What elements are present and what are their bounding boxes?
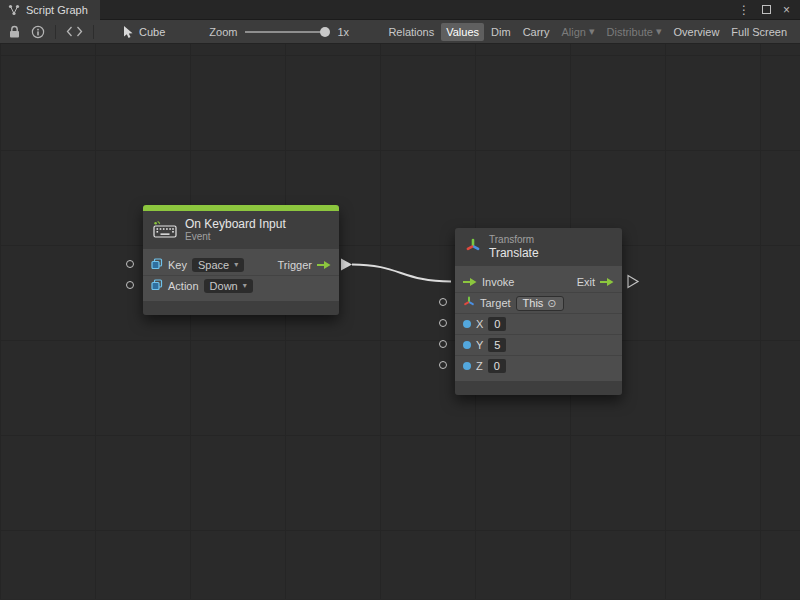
node-title: On Keyboard Input [185, 217, 286, 231]
graph-canvas[interactable]: On Keyboard Input Event Key Space ▾ Trig… [0, 44, 800, 599]
values-button-label: Values [446, 26, 479, 38]
key-port[interactable] [126, 260, 134, 268]
zoom-slider[interactable] [245, 26, 329, 38]
node-category: Transform [489, 234, 539, 246]
node-titles: Transform Translate [489, 234, 539, 260]
chevron-down-icon: ▾ [234, 261, 238, 269]
dim-button[interactable]: Dim [486, 23, 516, 41]
action-label: Action [168, 280, 199, 292]
node-titles: On Keyboard Input Event [185, 217, 286, 243]
graph-toolbar: Cube Zoom 1x Relations Values Dim Carry … [0, 20, 800, 44]
action-dropdown-value: Down [210, 280, 238, 292]
y-value-port-icon[interactable] [463, 341, 471, 349]
target-object-selector[interactable]: Cube [122, 24, 165, 40]
variable-icon [151, 258, 163, 272]
exit-flow-triangle[interactable] [628, 276, 638, 288]
action-dropdown[interactable]: Down ▾ [204, 279, 253, 293]
align-button-label: Align [562, 26, 586, 38]
dim-button-label: Dim [491, 26, 511, 38]
x-row: X 0 [455, 313, 622, 334]
z-value-port-icon[interactable] [463, 362, 471, 370]
node-title: Translate [489, 246, 539, 260]
invoke-label: Invoke [482, 276, 514, 288]
node-body: Invoke Exit Target [455, 266, 622, 381]
zoom-value: 1x [337, 26, 349, 38]
target-object-value: This [523, 297, 544, 309]
x-port[interactable] [439, 319, 447, 327]
relations-button-label: Relations [388, 26, 434, 38]
invoke-input-arrow-icon[interactable] [463, 277, 477, 287]
exit-output-arrow-icon[interactable] [600, 277, 614, 287]
window-menu-icon[interactable]: ⋮ [738, 4, 750, 16]
zoom-slider-track[interactable] [245, 31, 329, 33]
chevron-down-icon: ▾ [243, 282, 247, 290]
z-value-field[interactable]: 0 [488, 359, 506, 373]
window-close-icon[interactable]: × [783, 4, 790, 16]
node-body: Key Space ▾ Trigger [143, 249, 339, 301]
target-label: Target [480, 297, 511, 309]
distribute-button-label: Distribute [607, 26, 653, 38]
tab-script-graph[interactable]: Script Graph [0, 0, 100, 20]
distribute-button[interactable]: Distribute ▾ [602, 22, 667, 41]
toolbar-divider [55, 25, 56, 39]
key-dropdown-value: Space [198, 259, 229, 271]
wire-start-triangle[interactable] [341, 259, 352, 271]
transform-axes-icon [463, 296, 475, 310]
window-restore-icon[interactable] [762, 5, 771, 14]
action-port[interactable] [126, 281, 134, 289]
zoom-control: Zoom 1x [209, 26, 349, 38]
action-row: Action Down ▾ [143, 275, 339, 296]
node-subtitle: Event [185, 231, 286, 243]
translate-node[interactable]: Transform Translate Invoke Exit [455, 228, 622, 395]
object-picker-icon[interactable]: ⊙ [547, 297, 556, 310]
trigger-label: Trigger [278, 259, 312, 271]
window-controls: ⋮ × [738, 4, 790, 16]
chevron-down-icon: ▾ [589, 25, 595, 38]
target-port[interactable] [439, 298, 447, 306]
target-row: Target This ⊙ [455, 292, 622, 313]
align-button[interactable]: Align ▾ [557, 22, 600, 41]
connection-wire[interactable] [352, 265, 451, 282]
node-header[interactable]: Transform Translate [455, 228, 622, 266]
relations-button[interactable]: Relations [383, 23, 439, 41]
trigger-output-arrow-icon[interactable] [317, 260, 331, 270]
key-dropdown[interactable]: Space ▾ [192, 258, 244, 272]
graph-icon [8, 2, 20, 18]
variable-icon [151, 279, 163, 293]
z-label: Z [476, 360, 483, 372]
transform-icon [465, 238, 481, 256]
keyboard-icon [153, 221, 177, 240]
z-port[interactable] [439, 361, 447, 369]
carry-button[interactable]: Carry [518, 23, 555, 41]
overview-button[interactable]: Overview [669, 23, 725, 41]
y-port[interactable] [439, 340, 447, 348]
zoom-slider-knob[interactable] [320, 27, 330, 37]
node-footer [143, 301, 339, 315]
fullscreen-button[interactable]: Full Screen [726, 23, 792, 41]
values-button[interactable]: Values [441, 23, 484, 41]
target-object-name: Cube [139, 26, 165, 38]
z-row: Z 0 [455, 355, 622, 376]
pointer-icon [122, 24, 134, 40]
target-object-field[interactable]: This ⊙ [516, 296, 564, 311]
code-view-icon[interactable] [66, 24, 83, 40]
y-value-field[interactable]: 5 [488, 338, 506, 352]
x-value-field[interactable]: 0 [488, 317, 506, 331]
connections-layer [0, 44, 800, 599]
carry-button-label: Carry [523, 26, 550, 38]
exit-label: Exit [577, 276, 595, 288]
x-value-port-icon[interactable] [463, 320, 471, 328]
info-icon[interactable] [31, 24, 45, 40]
x-label: X [476, 318, 483, 330]
key-row: Key Space ▾ Trigger [143, 254, 339, 275]
on-keyboard-input-node[interactable]: On Keyboard Input Event Key Space ▾ Trig… [143, 205, 339, 315]
node-header[interactable]: On Keyboard Input Event [143, 211, 339, 249]
titlebar: Script Graph ⋮ × [0, 0, 800, 20]
toolbar-divider [93, 25, 94, 39]
toolbar-buttons: Relations Values Dim Carry Align ▾ Distr… [383, 22, 792, 41]
zoom-label: Zoom [209, 26, 237, 38]
tab-title: Script Graph [26, 4, 88, 16]
fullscreen-button-label: Full Screen [731, 26, 787, 38]
y-label: Y [476, 339, 483, 351]
lock-icon[interactable] [8, 24, 21, 40]
